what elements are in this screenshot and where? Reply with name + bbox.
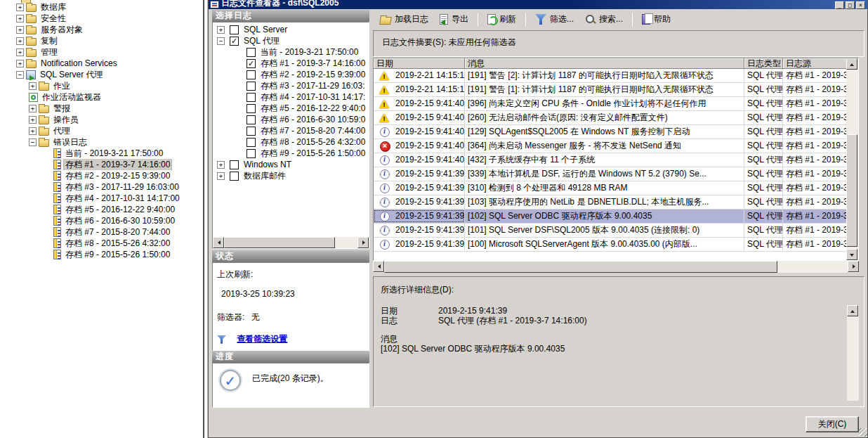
log-row[interactable]: 2019-2-21 14:15:13[191] 警告 [1]: 计算计划 118… [374, 83, 858, 97]
tree-item[interactable]: 存档 #7 - 2015-8-20 7:44:00 [0, 226, 202, 238]
log-row[interactable]: 2019-2-15 9:41:39[100] Microsoft SQLServ… [374, 238, 858, 252]
expand-icon[interactable]: + [16, 49, 24, 56]
log-tree-item[interactable]: 存档 #2 - 2019-2-15 9:39:00 [213, 69, 369, 80]
tree-item[interactable]: 存档 #8 - 2015-5-26 4:32:00 [0, 238, 202, 249]
log-tree-item[interactable]: −✓SQL 代理 [213, 35, 369, 46]
log-tree-item[interactable]: ✓存档 #1 - 2019-3-7 14:16:00 [213, 58, 369, 69]
log-tree-item[interactable]: 当前 - 2019-3-21 17:50:00 [213, 46, 369, 58]
export-button[interactable]: 导出 [435, 12, 473, 27]
log-tree-item[interactable]: 存档 #5 - 2016-12-22 9:40:0 [213, 103, 369, 114]
expand-icon[interactable]: + [16, 37, 24, 45]
view-filter-settings-link[interactable]: 查看筛选设置 [237, 334, 287, 344]
log-tree-item[interactable]: 存档 #7 - 2015-8-20 7:44:00 [213, 125, 369, 136]
load-button[interactable]: 加载日志 [376, 12, 433, 27]
tree-item[interactable]: −SQL Server 代理 [0, 69, 202, 80]
tree-item[interactable]: +数据库 [0, 1, 202, 13]
scroll-left-button[interactable] [213, 237, 224, 248]
unchecked-checkbox[interactable] [246, 149, 256, 158]
search-button[interactable]: 搜索... [581, 12, 627, 27]
grid-horizontal-scrollbar[interactable] [373, 261, 859, 273]
tree-item[interactable]: 存档 #5 - 2016-12-22 9:40:00 [0, 204, 202, 215]
log-tree-item[interactable]: 存档 #9 - 2015-5-26 1:50:00 [213, 148, 369, 159]
expand-icon[interactable]: + [217, 26, 225, 34]
log-tree-item[interactable]: 存档 #4 - 2017-10-31 14:17: [213, 91, 369, 103]
resize-grip[interactable] [859, 428, 867, 437]
refresh-button[interactable]: 刷新 [483, 12, 520, 27]
scroll-right-button[interactable] [848, 261, 859, 272]
scrollbar-thumb[interactable] [384, 261, 777, 273]
tree-item[interactable]: +操作员 [0, 114, 202, 125]
tree-item[interactable]: +代理 [0, 125, 202, 136]
close-x-button[interactable]: × [856, 1, 865, 9]
expand-icon[interactable]: + [217, 161, 225, 169]
expand-icon[interactable]: + [16, 4, 24, 11]
log-row[interactable]: 2019-2-15 9:41:40[129] SQLAgent$SQL2005 … [374, 125, 858, 139]
column-header-2[interactable]: 消息 [465, 58, 744, 69]
scrollbar-thumb[interactable] [846, 134, 857, 247]
dialog-titlebar[interactable]: 日志文件查看器 - dsf\SQL2005 _ □ × [209, 0, 867, 9]
tree-item[interactable]: 当前 - 2019-3-21 17:50:00 [0, 148, 202, 159]
unchecked-checkbox[interactable] [246, 127, 256, 136]
expand-icon[interactable]: + [217, 172, 225, 180]
filter-button[interactable]: 筛选... [531, 12, 578, 27]
column-header-1[interactable]: 日期 [374, 58, 465, 69]
details-vertical-scrollbar[interactable] [847, 305, 859, 401]
tree-item[interactable]: 存档 #2 - 2019-2-15 9:39:00 [0, 170, 202, 181]
unchecked-checkbox[interactable] [246, 70, 256, 79]
unchecked-checkbox[interactable] [230, 172, 239, 181]
scrollbar-thumb[interactable] [224, 237, 335, 248]
unchecked-checkbox[interactable] [246, 48, 256, 57]
unchecked-checkbox[interactable] [246, 104, 256, 113]
unchecked-checkbox[interactable] [230, 25, 239, 34]
log-tree-item[interactable]: 存档 #3 - 2017-11-29 16:03: [213, 80, 369, 91]
close-button[interactable]: 关闭(C) [805, 416, 859, 432]
tree-item[interactable]: 存档 #3 - 2017-11-29 16:03:00 [0, 181, 202, 193]
log-row[interactable]: 2019-2-15 9:41:40[364] 尚未启动 Messenger 服务… [374, 139, 858, 153]
scrollbar-track[interactable] [777, 261, 848, 273]
unchecked-checkbox[interactable] [246, 93, 256, 102]
tree-item[interactable]: 存档 #6 - 2016-6-30 10:59:00 [0, 215, 202, 226]
tree-item[interactable]: 存档 #4 - 2017-10-31 14:17:00 [0, 193, 202, 204]
tree-item[interactable]: +安全性 [0, 13, 202, 24]
column-header-4[interactable]: 日志源 [783, 58, 848, 69]
scrollbar-track[interactable] [335, 237, 357, 248]
unchecked-checkbox[interactable] [246, 115, 256, 124]
collapse-icon[interactable]: − [217, 37, 225, 45]
expand-icon[interactable]: + [29, 127, 37, 135]
log-row[interactable]: 2019-2-15 9:41:39[339] 本地计算机是 DSF, 运行的是 … [374, 167, 858, 181]
log-tree-item[interactable]: 存档 #8 - 2015-5-26 4:32:00 [213, 136, 369, 148]
log-row[interactable]: 2019-2-15 9:41:40[396] 尚未定义空闲 CPU 条件 - O… [374, 97, 858, 111]
tree-item[interactable]: 作业活动监视器 [0, 91, 202, 103]
expand-icon[interactable]: + [29, 116, 37, 124]
tree-item[interactable]: 存档 #1 - 2019-3-7 14:16:00 [0, 159, 202, 170]
tree-horizontal-scrollbar[interactable] [213, 237, 369, 248]
tree-item[interactable]: +Notification Services [0, 58, 202, 69]
maximize-button[interactable]: □ [846, 1, 855, 9]
scroll-right-button[interactable] [357, 237, 369, 248]
scroll-down-button[interactable] [846, 249, 857, 260]
log-row-selected[interactable]: 2019-2-15 9:41:39[102] SQL Server ODBC 驱… [374, 210, 858, 224]
log-row[interactable]: 2019-2-15 9:41:40[260] 无法启动邮件会话(原因: 没有定义… [374, 111, 858, 125]
checked-checkbox[interactable]: ✓ [230, 37, 239, 46]
log-tree-item[interactable]: +数据库邮件 [213, 170, 369, 181]
log-row[interactable]: 2019-2-21 14:15:13[191] 警告 [2]: 计算计划 118… [374, 69, 858, 83]
column-header-3[interactable]: 日志类型 [744, 58, 783, 69]
tree-item[interactable]: −错误日志 [0, 136, 202, 148]
expand-icon[interactable]: + [29, 82, 37, 90]
checked-checkbox[interactable]: ✓ [246, 59, 256, 68]
log-tree-item[interactable]: +SQL Server [213, 24, 369, 35]
collapse-icon[interactable]: − [16, 71, 24, 79]
scroll-up-button[interactable] [847, 305, 858, 316]
unchecked-checkbox[interactable] [230, 160, 239, 169]
expand-icon[interactable]: + [29, 105, 37, 112]
tree-item[interactable]: +警报 [0, 103, 202, 114]
tree-item[interactable]: +复制 [0, 35, 202, 46]
tree-item[interactable]: +作业 [0, 80, 202, 91]
pane-divider[interactable] [203, 0, 204, 438]
log-tree-item[interactable]: +Windows NT [213, 159, 369, 170]
log-row[interactable]: 2019-2-15 9:41:39[103] 驱动程序使用的 NetLib 是 … [374, 195, 858, 210]
tree-item[interactable]: +管理 [0, 46, 202, 58]
unchecked-checkbox[interactable] [246, 138, 256, 147]
minimize-button[interactable]: _ [835, 1, 844, 9]
unchecked-checkbox[interactable] [246, 82, 256, 91]
